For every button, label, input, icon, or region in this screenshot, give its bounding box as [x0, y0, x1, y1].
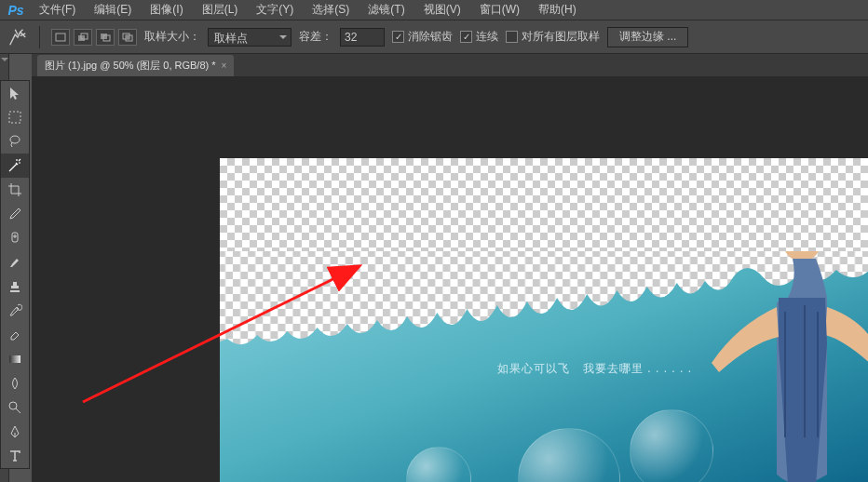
image-layer: 如果心可以飞 我要去哪里 . . . . . . [220, 251, 868, 482]
canvas-area[interactable]: 如果心可以飞 我要去哪里 . . . . . . [32, 76, 868, 482]
tolerance-label: 容差： [299, 29, 332, 45]
sample-size-label: 取样大小： [144, 29, 200, 45]
menu-type[interactable]: 文字(Y) [247, 0, 303, 20]
anti-alias-label: 消除锯齿 [408, 29, 453, 45]
svg-point-9 [10, 136, 20, 143]
marquee-tool-icon[interactable] [1, 105, 29, 129]
menu-window[interactable]: 窗口(W) [470, 0, 529, 20]
healing-brush-tool-icon[interactable] [1, 226, 29, 250]
eyedropper-tool-icon[interactable] [1, 202, 29, 226]
contiguous-label: 连续 [476, 29, 498, 45]
magic-wand-tool-icon[interactable] [1, 154, 29, 178]
separator [39, 26, 40, 48]
selection-subtract-icon[interactable] [96, 29, 115, 46]
menu-filter[interactable]: 滤镜(T) [359, 0, 414, 20]
dodge-tool-icon[interactable] [1, 395, 29, 420]
pen-tool-icon[interactable] [1, 420, 29, 444]
figure-illustration [695, 251, 868, 482]
document-tab-title: 图片 (1).jpg @ 50% (图层 0, RGB/8) * [45, 59, 216, 73]
brush-tool-icon[interactable] [1, 250, 29, 274]
blur-tool-icon[interactable] [1, 371, 29, 395]
all-layers-checkbox[interactable] [506, 31, 518, 43]
toolbox [0, 80, 30, 469]
lasso-tool-icon[interactable] [1, 129, 29, 154]
contiguous-checkbox[interactable] [460, 31, 472, 43]
selection-new-icon[interactable] [51, 29, 70, 46]
canvas-text-1: 如果心可以飞 [497, 361, 570, 377]
options-bar: 取样大小： 取样点 容差： 消除锯齿 连续 对所有图层取样 调整边缘 ... [0, 20, 868, 54]
move-tool-icon[interactable] [1, 81, 29, 105]
stamp-tool-icon[interactable] [1, 274, 29, 299]
gradient-tool-icon[interactable] [1, 347, 29, 371]
menu-edit[interactable]: 编辑(E) [85, 0, 141, 20]
eraser-tool-icon[interactable] [1, 323, 29, 347]
svg-rect-7 [126, 35, 129, 39]
document-tab-bar: 图片 (1).jpg @ 50% (图层 0, RGB/8) * × [32, 54, 868, 76]
svg-point-12 [9, 402, 17, 409]
selection-add-icon[interactable] [74, 29, 92, 46]
current-tool-icon[interactable] [7, 27, 28, 47]
history-brush-tool-icon[interactable] [1, 299, 29, 323]
canvas-text-2: 我要去哪里 . . . . . . [583, 361, 692, 377]
crop-tool-icon[interactable] [1, 178, 29, 202]
document-tab[interactable]: 图片 (1).jpg @ 50% (图层 0, RGB/8) * × [37, 55, 234, 76]
menu-view[interactable]: 视图(V) [414, 0, 470, 20]
refine-edge-button[interactable]: 调整边缘 ... [607, 27, 688, 47]
selection-intersect-icon[interactable] [118, 29, 137, 46]
tolerance-input[interactable] [340, 28, 385, 47]
app-logo: Ps [6, 2, 26, 19]
close-icon[interactable]: × [222, 60, 227, 71]
type-tool-icon[interactable] [1, 444, 29, 468]
all-layers-label: 对所有图层取样 [522, 29, 600, 45]
workspace-container: 图片 (1).jpg @ 50% (图层 0, RGB/8) * × [32, 54, 868, 482]
menu-bar: Ps 文件(F) 编辑(E) 图像(I) 图层(L) 文字(Y) 选择(S) 滤… [0, 0, 868, 20]
svg-rect-0 [56, 33, 65, 41]
svg-rect-8 [9, 112, 20, 123]
menu-file[interactable]: 文件(F) [30, 0, 85, 20]
svg-rect-11 [9, 355, 20, 363]
menu-layer[interactable]: 图层(L) [193, 0, 248, 20]
sample-size-dropdown[interactable]: 取样点 [208, 28, 292, 47]
document-canvas[interactable]: 如果心可以飞 我要去哪里 . . . . . . [220, 158, 868, 482]
menu-select[interactable]: 选择(S) [303, 0, 359, 20]
anti-alias-checkbox[interactable] [392, 31, 404, 43]
menu-image[interactable]: 图像(I) [141, 0, 192, 20]
menu-help[interactable]: 帮助(H) [529, 0, 586, 20]
selection-mode-group [51, 29, 137, 46]
